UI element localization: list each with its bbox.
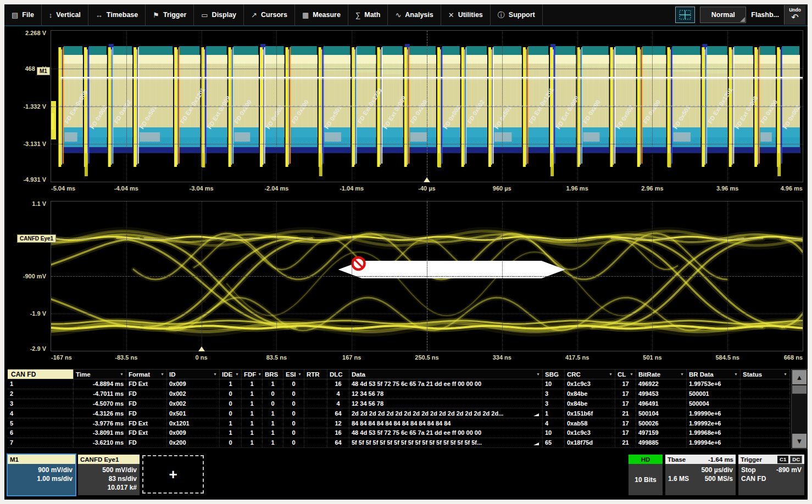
sort-arrow-icon: ▼ bbox=[212, 372, 217, 376]
center-gridline bbox=[51, 276, 803, 277]
descriptor-timebase[interactable]: Tbase -1.64 ms 500 µs/div 1.6 MS 500 MS/… bbox=[665, 455, 736, 495]
flashback-label[interactable]: Flashb... bbox=[751, 11, 779, 19]
descriptor-hd[interactable]: HD 10 Bits bbox=[629, 455, 663, 495]
sort-arrow-icon: ▼ bbox=[678, 372, 684, 376]
cell-dlc: 16 bbox=[327, 428, 349, 438]
menu-item-label: File bbox=[22, 11, 34, 19]
timebase-icon: ↔ bbox=[96, 12, 103, 19]
cell-brdata: 500004 bbox=[687, 399, 741, 408]
menu-item-analysis[interactable]: ∿Analysis bbox=[388, 4, 441, 25]
scroll-thumb[interactable] bbox=[792, 385, 807, 394]
menu-item-measure[interactable]: ▦Measure bbox=[295, 4, 348, 25]
display-mode-button[interactable]: Normal bbox=[700, 7, 746, 23]
cell-rtr bbox=[304, 428, 327, 438]
column-header-ide[interactable]: IDE▼ bbox=[220, 369, 242, 379]
menu-item-timebase[interactable]: ↔Timebase bbox=[88, 4, 146, 25]
sort-arrow-icon: ▼ bbox=[256, 372, 262, 376]
cell-brs: 0 bbox=[263, 389, 283, 399]
descriptor-m1[interactable]: M1 900 mV/div 1.00 ms/div bbox=[8, 455, 75, 495]
column-header-time[interactable]: Time▼ bbox=[74, 369, 126, 379]
hd-bits: 10 Bits bbox=[629, 464, 663, 495]
cell-brs: 1 bbox=[263, 428, 283, 438]
math-icon: ∑ bbox=[355, 12, 360, 19]
table-row[interactable]: 3-4.5070 msFD0x0020100412 34 56 7830x84b… bbox=[8, 399, 790, 409]
expand-row-icon[interactable] bbox=[533, 440, 539, 445]
column-header-dlc[interactable]: DLC bbox=[327, 369, 349, 379]
table-row[interactable]: 1-4.8894 msFD Ext0x00911101648 4d 53 5f … bbox=[8, 379, 790, 389]
cell-esi: 0 bbox=[283, 418, 304, 428]
column-header-id[interactable]: ID▼ bbox=[167, 369, 220, 379]
cell-sbg: 65 bbox=[543, 438, 565, 447]
cell-rtr bbox=[304, 399, 327, 408]
channel-badge-eye[interactable]: CANFD Eye1 bbox=[17, 234, 56, 243]
column-header-status[interactable]: Status▼ bbox=[741, 369, 790, 379]
cell-ide: 0 bbox=[220, 389, 242, 399]
menu-item-cursors[interactable]: ↗Cursors bbox=[244, 4, 295, 25]
cell-data: 48 4d 53 5f 72 75 6c 65 7a 21 dd ee ff 0… bbox=[349, 428, 543, 438]
column-header-sbg[interactable]: SBG bbox=[543, 369, 565, 379]
cell-time: -3.6210 ms bbox=[74, 438, 126, 447]
cell-id: 0x200 bbox=[167, 438, 220, 447]
table-row[interactable]: 5-3.9776 msFD Ext0x120111101284 84 84 84… bbox=[8, 418, 790, 428]
table-scrollbar[interactable]: ▲ ▼ bbox=[791, 369, 808, 449]
table-row[interactable]: 4-4.3126 msFD0x5010110642d 2d 2d 2d 2d 2… bbox=[8, 408, 790, 418]
menu-item-utilities[interactable]: ✕Utilities bbox=[441, 4, 491, 25]
gridline bbox=[126, 31, 127, 182]
table-row[interactable]: 6-3.8091 msFD Ext0x00911101648 4d 53 5f … bbox=[8, 428, 790, 438]
menu-item-trigger[interactable]: ⚑Trigger bbox=[146, 4, 194, 25]
eye-settings: 500 mV/div 83 ns/div 10.017 k# bbox=[78, 464, 140, 495]
cell-idx: 6 bbox=[8, 428, 74, 438]
x-axis-tick: -167 ns bbox=[51, 354, 72, 361]
menu-item-vertical[interactable]: ↕Vertical bbox=[42, 4, 88, 25]
top-graticule[interactable]: FD Ext 0x009FD 0x002FD 0x002FD 0x501FD E… bbox=[51, 30, 803, 182]
cell-brdata: 1.99753e+6 bbox=[687, 379, 741, 389]
column-header-fdf[interactable]: FDF▼ bbox=[242, 369, 263, 379]
cell-bitrate: 496922 bbox=[636, 379, 687, 389]
column-header-format[interactable]: Format▼ bbox=[126, 369, 167, 379]
menu-item-file[interactable]: ▤File bbox=[4, 4, 42, 25]
eye-graticule[interactable]: CANFD Eye1 1.1 V-900 mV-1.9 V-2.9 V-167 … bbox=[51, 201, 803, 351]
cell-dlc: 4 bbox=[327, 399, 349, 408]
x-axis-tick: 250.5 ns bbox=[415, 354, 438, 361]
column-header-brs[interactable]: BRS bbox=[263, 369, 283, 379]
y-axis-tick: -1.9 V bbox=[30, 310, 46, 317]
column-header-bitrate[interactable]: BitRate▼ bbox=[636, 369, 687, 379]
cell-ide: 0 bbox=[220, 408, 242, 418]
descriptor-trigger[interactable]: Trigger C1 DC Stop -890 mV CAN FD bbox=[738, 455, 804, 495]
cell-format: FD bbox=[126, 408, 167, 418]
scroll-up-button[interactable]: ▲ bbox=[792, 370, 807, 384]
cell-id: 0x1201 bbox=[167, 418, 220, 428]
table-corner-label[interactable]: CAN FD bbox=[8, 369, 74, 379]
undo-button[interactable]: Undo ↶ bbox=[784, 5, 805, 25]
display-grid-button[interactable] bbox=[675, 7, 695, 23]
add-trace-button[interactable]: + bbox=[142, 455, 204, 494]
decode-result-table: CAN FDTime▼Format▼ID▼IDE▼FDF▼BRSESI▼RTRD… bbox=[8, 369, 808, 451]
table-row[interactable]: 2-4.7011 msFD0x0020100412 34 56 7830x84b… bbox=[8, 389, 790, 399]
column-header-esi[interactable]: ESI▼ bbox=[283, 369, 304, 379]
scroll-track[interactable] bbox=[792, 395, 807, 433]
channel-badge-m1[interactable]: M1 bbox=[37, 67, 50, 75]
expand-row-icon[interactable] bbox=[533, 411, 539, 416]
menu-item-display[interactable]: ▭Display bbox=[194, 4, 244, 25]
column-header-rtr[interactable]: RTR bbox=[304, 369, 327, 379]
gridline bbox=[577, 31, 578, 182]
column-header-br-data[interactable]: BR Data▼ bbox=[687, 369, 741, 379]
table-row[interactable]: 7-3.6210 msFD0x2000110645f 5f 5f 5f 5f 5… bbox=[8, 438, 790, 448]
column-header-cl[interactable]: CL▼ bbox=[615, 369, 636, 379]
cell-brs: 1 bbox=[263, 438, 283, 447]
menu-item-math[interactable]: ∑Math bbox=[348, 4, 388, 25]
cell-time: -3.8091 ms bbox=[74, 428, 126, 438]
cell-fdf: 1 bbox=[242, 428, 263, 438]
undo-arrow-icon: ↶ bbox=[791, 13, 798, 22]
column-header-crc[interactable]: CRC▼ bbox=[565, 369, 615, 379]
eye-diagram-panel: CANFD Eye1 1.1 V-900 mV-1.9 V-2.9 V-167 … bbox=[4, 198, 808, 367]
scroll-down-button[interactable]: ▼ bbox=[792, 434, 807, 448]
descriptor-eye[interactable]: CANFD Eye1 500 mV/div 83 ns/div 10.017 k… bbox=[78, 455, 140, 495]
cell-id: 0x009 bbox=[167, 428, 220, 438]
cell-time: -4.7011 ms bbox=[74, 389, 126, 399]
cell-format: FD Ext bbox=[126, 428, 167, 438]
column-header-data[interactable]: Data▼ bbox=[349, 369, 543, 379]
cell-id: 0x002 bbox=[167, 399, 220, 408]
cell-dlc: 12 bbox=[327, 418, 349, 428]
menu-item-support[interactable]: ⓘSupport bbox=[491, 4, 543, 25]
